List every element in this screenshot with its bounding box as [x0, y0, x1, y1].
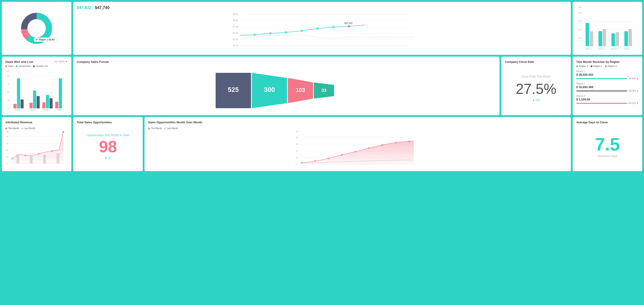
funnel-title: Company Sales Funnel: [77, 60, 496, 64]
sales-opps-header: Sales Opportunities Month Over Month: [148, 121, 567, 125]
total-opps-card: Total Sales Opportunities Opportunities …: [73, 117, 143, 171]
svg-text:46.0k: 46.0k: [233, 32, 238, 34]
donut-chart-card: Region 1 58.6%: [2, 2, 71, 55]
line-chart-svg: 44.0k 45.0k 46.0k 47.0k 48.0k 49.0k: [77, 11, 567, 48]
sales-opps-svg: 5 10 15 20 25 30: [148, 130, 567, 167]
svg-rect-54: [628, 29, 632, 46]
opps-center: Opportunities This Month to Date 98 ▲ 10: [77, 125, 139, 168]
svg-text:Week 4: Week 4: [57, 109, 64, 111]
svg-text:15: 15: [296, 150, 298, 152]
legend-region3: Region 3: [605, 65, 616, 67]
legend-closed-lost: Closed-Lost: [33, 65, 48, 67]
svg-rect-117: [56, 153, 59, 164]
region3-row: Region 3 $ 3,109.08 $4,000 ▼: [576, 95, 638, 104]
svg-rect-47: [586, 23, 589, 46]
svg-rect-78: [50, 98, 53, 109]
svg-rect-80: [59, 78, 62, 108]
svg-rect-116: [43, 155, 46, 164]
sales-opps-card: Sales Opportunities Month Over Month Thi…: [144, 117, 571, 171]
svg-rect-73: [30, 103, 32, 109]
region1-row: Region 1 $ 28,029.552 $8,000 ▲: [576, 70, 638, 80]
region2-target: $3,000 ▲: [629, 90, 638, 92]
svg-text:200: 200: [578, 29, 582, 31]
svg-rect-115: [30, 156, 32, 164]
svg-rect-53: [624, 31, 628, 46]
avg-days-center: 7.5 Business Days: [576, 125, 638, 168]
svg-text:2k: 2k: [6, 149, 8, 151]
revenue-by-region-card: This Month Revenue by Region Region 1 Re…: [573, 57, 642, 115]
region2-bar-wrap: $3,000 ▲: [576, 90, 638, 92]
deals-date-filter[interactable]: Jun 2019 ▼: [54, 60, 68, 63]
attributed-title: Attributed Revenue: [6, 121, 32, 124]
svg-rect-76: [42, 102, 46, 109]
region1-bar: [576, 78, 627, 79]
chart-val-main: $47,832: [77, 6, 91, 10]
line-chart-card: $47,832 $47,740 44.0k 45.0k 46.0k 47.0k …: [73, 2, 571, 55]
svg-text:Week 2: Week 2: [30, 109, 36, 111]
svg-text:400: 400: [578, 12, 582, 14]
svg-text:Week 3: Week 3: [611, 48, 618, 50]
svg-rect-49: [598, 31, 602, 46]
svg-rect-77: [46, 95, 49, 109]
svg-point-22: [348, 25, 350, 28]
svg-point-113: [62, 131, 64, 133]
svg-rect-48: [590, 31, 593, 46]
attributed-legend: This Month Last Month: [6, 127, 68, 130]
avg-days-label: Business Days: [598, 154, 617, 158]
close-rate-body: Close Rate This Month 27.5% ▲ 2%: [516, 65, 556, 112]
legend-closed-won: Closed-Won: [16, 65, 31, 67]
svg-rect-52: [616, 32, 619, 46]
svg-text:33: 33: [321, 88, 326, 93]
total-opps-title: Total Sales Opportunities: [77, 121, 112, 124]
svg-rect-79: [55, 102, 58, 109]
region2-amount: $ 16,693.368: [576, 85, 638, 89]
svg-text:0: 0: [6, 162, 8, 165]
svg-text:0: 0: [581, 45, 582, 47]
revenue-title: This Month Revenue by Region: [576, 60, 638, 64]
svg-text:50: 50: [7, 91, 10, 93]
svg-text:Week 1: Week 1: [585, 48, 592, 50]
legend-this-month2: This Month: [148, 127, 162, 130]
close-rate-delta: ▲ 2%: [532, 98, 540, 102]
sales-opps-legend: This Month Last Month: [148, 127, 567, 130]
revenue-legend: Region 1 Region 2 Region 3: [576, 65, 638, 67]
svg-text:47.0k: 47.0k: [233, 26, 238, 28]
svg-rect-75: [36, 96, 40, 109]
region3-amount: $ 3,109.08: [576, 98, 638, 101]
funnel-wrapper: 525 300 103 33 Leads Prospects Opportuni…: [77, 70, 496, 111]
svg-rect-114: [16, 154, 19, 164]
svg-text:103: 103: [296, 87, 305, 93]
region3-target: $4,000 ▼: [629, 102, 638, 104]
close-rate-subtitle: Close Rate This Month: [521, 75, 551, 78]
chart-val-secondary: $47,740: [95, 6, 110, 10]
deals-title-group: Deals Won and Lost Open Closed-Won Close…: [6, 60, 48, 67]
deals-title: Deals Won and Lost: [6, 60, 48, 64]
svg-rect-72: [21, 100, 24, 109]
svg-text:4k: 4k: [6, 136, 8, 138]
legend-last-month2: Last Month: [164, 127, 178, 130]
region2-row: Region 2 $ 16,693.368 $3,000 ▲: [576, 82, 638, 92]
avg-days-card: Average Days to Close 7.5 Business Days: [573, 117, 642, 171]
region1-amount: $ 28,029.552: [576, 73, 638, 76]
svg-text:25: 25: [7, 99, 10, 102]
svg-text:125: 125: [6, 70, 10, 72]
close-rate-title: Company Close Rate: [505, 60, 534, 64]
attributed-revenue-card: Attributed Revenue This Month Last Month…: [2, 117, 71, 171]
deals-bar-svg: 0 25 50 75 100 125: [6, 69, 68, 111]
region1-name: Region 1: [576, 70, 638, 73]
svg-text:100: 100: [578, 37, 582, 39]
svg-text:Week 2: Week 2: [598, 48, 605, 50]
svg-text:Week 3: Week 3: [44, 109, 50, 111]
close-rate-card: Company Close Rate Close Rate This Month…: [501, 57, 571, 115]
opps-delta: ▲ 10: [104, 156, 112, 159]
svg-text:45.0k: 45.0k: [233, 38, 238, 41]
funnel-svg: 525 300 103 33 Leads Prospects Opportuni…: [77, 70, 496, 111]
svg-rect-71: [17, 78, 20, 108]
svg-text:300: 300: [578, 20, 582, 23]
opps-label: Opportunities This Month to Date: [86, 133, 130, 137]
svg-rect-70: [14, 104, 16, 109]
deals-won-lost-card: Deals Won and Lost Open Closed-Won Close…: [2, 57, 71, 115]
sales-opps-title: Sales Opportunities Month Over Month: [148, 121, 202, 124]
svg-text:49.0k: 49.0k: [233, 13, 238, 16]
svg-text:20: 20: [296, 143, 298, 145]
